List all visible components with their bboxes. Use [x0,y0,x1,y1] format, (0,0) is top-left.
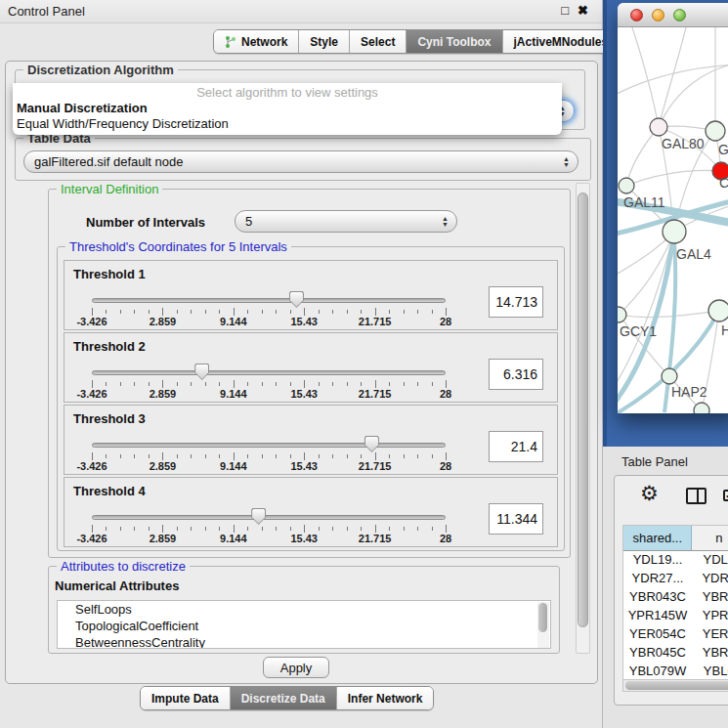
attribute-item[interactable]: BetweennessCentrality [58,634,550,649]
tab-label: Cyni Toolbox [417,35,491,49]
checkbox-icon[interactable]: ✓ [723,490,728,501]
dropdown-item-equal-width-frequency[interactable]: Equal Width/Frequency Discretization [13,115,562,131]
network-node[interactable] [706,121,725,141]
threshold-value-field[interactable]: 11.344 [489,503,543,535]
slider-thumb[interactable] [289,291,304,308]
slider-track[interactable] [92,298,446,303]
minimize-window-icon[interactable] [652,9,664,21]
table-row[interactable]: YBR045CYBR0 [623,643,728,662]
number-of-intervals-combobox[interactable]: 5 ▲▼ [235,210,457,233]
float-panel-icon[interactable]: □ [561,3,569,18]
tab-label: Impute Data [151,692,219,706]
tab-discretize-data[interactable]: Discretize Data [231,687,337,709]
table-data-combobox[interactable]: galFiltered.sif default node ▲▼ [23,150,578,173]
thresholds-group: Threshold's Coordinates for 5 Intervals … [57,246,565,551]
table-row[interactable]: YDL19...YDL1 [623,550,728,569]
column-header-name[interactable]: n [692,526,728,550]
tab-cyni-toolbox[interactable]: Cyni Toolbox [407,30,502,53]
threshold-row: Threshold 3-3.4262.8599.14415.4321.71528… [64,405,558,475]
tab-infer-network[interactable]: Infer Network [337,687,434,709]
network-canvas[interactable]: GAL80GACGAL11GAL4GCY1HHAP2 [618,27,728,413]
slider-thumb[interactable] [364,436,379,452]
slider-ticks [92,308,446,316]
threshold-value-field[interactable]: 6.316 [489,359,543,390]
network-node[interactable] [708,300,728,321]
table-cell: YER0 [692,624,728,643]
control-panel-title: Control Panel [8,4,85,19]
network-node[interactable] [663,220,686,243]
stepper-arrows-icon: ▲▼ [563,151,570,172]
control-panel-titlebar: Control Panel □ ✖ [0,0,602,23]
attribute-item[interactable]: SelfLoops [58,601,550,618]
table-row[interactable]: YBR043CYBR0 [623,587,728,606]
table-cell: YDL1 [692,550,728,569]
stepper-arrows-icon: ▲▼ [442,211,449,232]
threshold-label: Threshold 3 [73,411,146,426]
node-label: GAL80 [662,136,705,151]
tab-select[interactable]: Select [350,30,407,53]
node-table[interactable]: shared... n YDL19...YDL1YDR27...YDR2YBR0… [622,525,728,685]
table-cell: YBR0 [692,587,728,606]
threshold-row: Threshold 1-3.4262.8599.14415.4321.71528… [64,260,558,330]
threshold-label: Threshold 1 [73,267,146,281]
table-cell: YDR27... [623,569,692,587]
threshold-list: Threshold 1-3.4262.8599.14415.4321.71528… [64,260,560,549]
table-panel-title: Table Panel [621,454,688,469]
table-row[interactable]: YDR27...YDR2 [623,569,728,587]
node-label: H [721,322,728,338]
network-node[interactable] [618,307,626,322]
group-title: Threshold's Coordinates for 5 Intervals [65,239,291,254]
cyni-toolbox-panel: Discretization Algorithm ▲▼ Table Data g… [5,61,598,684]
threshold-value-field[interactable]: 21.4 [489,431,543,462]
slider-track[interactable] [92,370,446,375]
apply-button[interactable]: Apply [263,657,329,678]
tab-label: Network [241,35,287,49]
numerical-attributes-list[interactable]: SelfLoopsTopologicalCoefficientBetweenne… [57,600,551,649]
network-icon [225,35,236,49]
column-header-shared-name[interactable]: shared... [623,526,692,550]
tab-jactivemnodules[interactable]: jActiveMNodules [503,30,620,53]
slider-track[interactable] [92,443,446,448]
attribute-item[interactable]: TopologicalCoefficient [58,618,550,634]
tab-label: jActiveMNodules [514,35,609,49]
table-horizontal-scrollbar[interactable] [622,679,728,692]
panel-scrollbar[interactable] [576,183,590,654]
close-panel-icon[interactable]: ✖ [578,3,588,18]
table-row[interactable]: YPR145WYPR1 [623,606,728,624]
slider-track[interactable] [92,515,446,520]
node-label: GCY1 [620,323,657,339]
network-node[interactable] [619,178,634,193]
table-cell: YPR145W [623,606,692,624]
table-header-row: shared... n [623,526,728,550]
table-cell: YER054C [623,624,692,643]
table-cell: YDL19... [623,550,692,569]
table-row[interactable]: YER054CYER0 [623,624,728,643]
network-node[interactable] [662,368,677,384]
gear-icon[interactable]: ⚙ [640,482,659,505]
tab-network[interactable]: Network [214,30,299,53]
slider-thumb[interactable] [194,364,209,380]
zoom-window-icon[interactable] [673,9,686,21]
list-scrollbar[interactable] [537,602,549,649]
slider-scale-labels: -3.4262.8599.14415.4321.71528 [92,533,446,544]
node-label: GAL4 [676,246,711,262]
tab-style[interactable]: Style [299,30,350,53]
column-browser-icon[interactable] [686,488,707,504]
tab-impute-data[interactable]: Impute Data [141,687,231,709]
slider-thumb[interactable] [251,508,266,525]
group-title: Discretization Algorithm [23,63,178,77]
control-panel-window: Control Panel □ ✖ Network Style [0,0,603,728]
table-cell: YBR045C [623,643,692,662]
threshold-label: Threshold 2 [73,339,146,354]
network-node[interactable] [650,118,667,136]
threshold-row: Threshold 4-3.4262.8599.14415.4321.71528… [64,477,558,547]
network-window-titlebar [618,3,728,27]
threshold-value-field[interactable]: 14.713 [489,286,543,318]
table-panel-body: ⚙ ✓ ✓ shared... n YDL19...YDL1YDR27...YD… [614,475,728,706]
dropdown-item-manual-discretization[interactable]: Manual Discretization [13,100,562,115]
number-of-intervals-value: 5 [245,214,252,229]
network-node[interactable] [694,403,709,413]
table-row[interactable]: YBL079WYBL0 [623,662,728,680]
close-window-icon[interactable] [630,9,643,21]
table-cell: YBR043C [623,587,692,606]
